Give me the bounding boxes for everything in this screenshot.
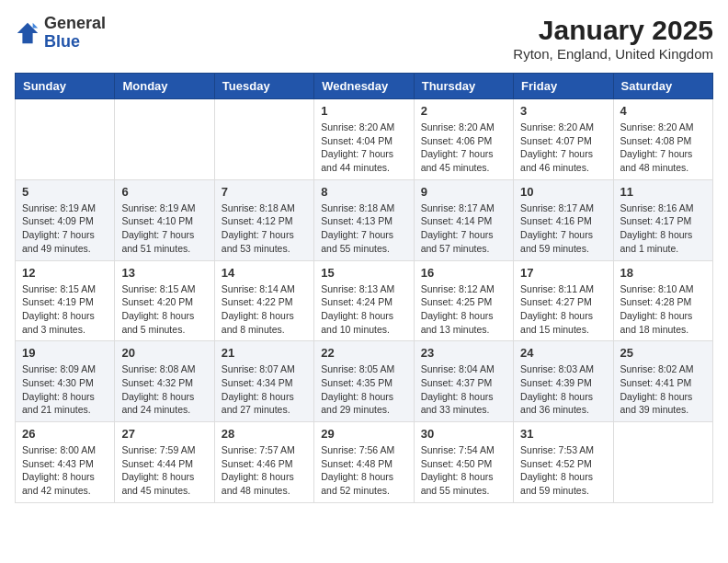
calendar-cell: 18Sunrise: 8:10 AMSunset: 4:28 PMDayligh…: [613, 260, 712, 341]
calendar-cell: 24Sunrise: 8:03 AMSunset: 4:39 PMDayligh…: [514, 341, 613, 422]
calendar-cell: 26Sunrise: 8:00 AMSunset: 4:43 PMDayligh…: [16, 422, 115, 503]
cell-sun-info: Sunrise: 8:00 AMSunset: 4:43 PMDaylight:…: [22, 443, 108, 498]
day-number: 15: [321, 266, 406, 280]
day-header-saturday: Saturday: [613, 74, 712, 99]
cell-sun-info: Sunrise: 8:13 AMSunset: 4:24 PMDaylight:…: [321, 282, 406, 337]
day-number: 19: [22, 346, 108, 360]
cell-sun-info: Sunrise: 8:02 AMSunset: 4:41 PMDaylight:…: [620, 362, 706, 417]
day-header-wednesday: Wednesday: [314, 74, 414, 99]
calendar-cell: [613, 422, 712, 503]
day-number: 14: [222, 266, 307, 280]
day-number: 30: [421, 427, 506, 441]
calendar-table: SundayMondayTuesdayWednesdayThursdayFrid…: [15, 73, 713, 503]
calendar-cell: 17Sunrise: 8:11 AMSunset: 4:27 PMDayligh…: [514, 260, 613, 341]
calendar-cell: 29Sunrise: 7:56 AMSunset: 4:48 PMDayligh…: [314, 422, 414, 503]
day-number: 9: [421, 185, 506, 199]
day-number: 29: [321, 427, 406, 441]
calendar-cell: [214, 99, 313, 180]
calendar-cell: 15Sunrise: 8:13 AMSunset: 4:24 PMDayligh…: [314, 260, 414, 341]
day-number: 26: [22, 427, 108, 441]
calendar-cell: 31Sunrise: 7:53 AMSunset: 4:52 PMDayligh…: [514, 422, 613, 503]
day-number: 16: [421, 266, 506, 280]
calendar-cell: 28Sunrise: 7:57 AMSunset: 4:46 PMDayligh…: [214, 422, 313, 503]
cell-sun-info: Sunrise: 8:20 AMSunset: 4:06 PMDaylight:…: [421, 121, 506, 175]
day-number: 11: [620, 185, 706, 199]
calendar-cell: 12Sunrise: 8:15 AMSunset: 4:19 PMDayligh…: [16, 260, 115, 341]
cell-sun-info: Sunrise: 8:17 AMSunset: 4:16 PMDaylight:…: [520, 201, 606, 256]
calendar-cell: 1Sunrise: 8:20 AMSunset: 4:04 PMDaylight…: [314, 99, 414, 180]
calendar-cell: 5Sunrise: 8:19 AMSunset: 4:09 PMDaylight…: [16, 179, 115, 260]
calendar-cell: 22Sunrise: 8:05 AMSunset: 4:35 PMDayligh…: [314, 341, 414, 422]
calendar-cell: [115, 99, 214, 180]
day-number: 17: [520, 266, 606, 280]
calendar-cell: 19Sunrise: 8:09 AMSunset: 4:30 PMDayligh…: [16, 341, 115, 422]
cell-sun-info: Sunrise: 8:04 AMSunset: 4:37 PMDaylight:…: [421, 362, 506, 417]
day-number: 12: [22, 266, 108, 280]
calendar-week-4: 19Sunrise: 8:09 AMSunset: 4:30 PMDayligh…: [16, 341, 713, 422]
cell-sun-info: Sunrise: 8:16 AMSunset: 4:17 PMDaylight:…: [620, 201, 706, 256]
cell-sun-info: Sunrise: 8:12 AMSunset: 4:25 PMDaylight:…: [421, 282, 506, 337]
calendar-cell: 20Sunrise: 8:08 AMSunset: 4:32 PMDayligh…: [115, 341, 214, 422]
calendar-week-2: 5Sunrise: 8:19 AMSunset: 4:09 PMDaylight…: [16, 179, 713, 260]
logo: General Blue: [15, 15, 106, 52]
days-header-row: SundayMondayTuesdayWednesdayThursdayFrid…: [16, 74, 713, 99]
calendar-cell: 13Sunrise: 8:15 AMSunset: 4:20 PMDayligh…: [115, 260, 214, 341]
calendar-cell: 27Sunrise: 7:59 AMSunset: 4:44 PMDayligh…: [115, 422, 214, 503]
calendar-cell: 8Sunrise: 8:18 AMSunset: 4:13 PMDaylight…: [314, 179, 414, 260]
cell-sun-info: Sunrise: 8:20 AMSunset: 4:07 PMDaylight:…: [520, 121, 606, 175]
cell-sun-info: Sunrise: 8:19 AMSunset: 4:09 PMDaylight:…: [22, 201, 108, 256]
calendar-week-3: 12Sunrise: 8:15 AMSunset: 4:19 PMDayligh…: [16, 260, 713, 341]
cell-sun-info: Sunrise: 8:10 AMSunset: 4:28 PMDaylight:…: [620, 282, 706, 337]
calendar-cell: 21Sunrise: 8:07 AMSunset: 4:34 PMDayligh…: [214, 341, 313, 422]
cell-sun-info: Sunrise: 8:14 AMSunset: 4:22 PMDaylight:…: [222, 282, 307, 337]
cell-sun-info: Sunrise: 8:09 AMSunset: 4:30 PMDaylight:…: [22, 362, 108, 417]
day-number: 23: [421, 346, 506, 360]
page-header: General Blue January 2025 Ryton, England…: [15, 15, 713, 62]
cell-sun-info: Sunrise: 7:53 AMSunset: 4:52 PMDaylight:…: [520, 443, 606, 498]
calendar-cell: 16Sunrise: 8:12 AMSunset: 4:25 PMDayligh…: [414, 260, 513, 341]
day-header-thursday: Thursday: [414, 74, 513, 99]
day-number: 5: [22, 185, 108, 199]
day-number: 27: [121, 427, 207, 441]
cell-sun-info: Sunrise: 8:17 AMSunset: 4:14 PMDaylight:…: [421, 201, 506, 256]
title-section: January 2025 Ryton, England, United King…: [513, 15, 713, 62]
day-number: 8: [321, 185, 406, 199]
calendar-cell: [16, 99, 115, 180]
day-number: 31: [520, 427, 606, 441]
day-number: 6: [121, 185, 207, 199]
cell-sun-info: Sunrise: 8:20 AMSunset: 4:08 PMDaylight:…: [620, 121, 706, 175]
cell-sun-info: Sunrise: 8:11 AMSunset: 4:27 PMDaylight:…: [520, 282, 606, 337]
calendar-cell: 6Sunrise: 8:19 AMSunset: 4:10 PMDaylight…: [115, 179, 214, 260]
day-number: 10: [520, 185, 606, 199]
day-number: 2: [421, 104, 506, 118]
calendar-cell: 7Sunrise: 8:18 AMSunset: 4:12 PMDaylight…: [214, 179, 313, 260]
cell-sun-info: Sunrise: 8:08 AMSunset: 4:32 PMDaylight:…: [121, 362, 207, 417]
cell-sun-info: Sunrise: 8:18 AMSunset: 4:13 PMDaylight:…: [321, 201, 406, 256]
svg-marker-1: [33, 23, 39, 29]
cell-sun-info: Sunrise: 8:15 AMSunset: 4:20 PMDaylight:…: [121, 282, 207, 337]
cell-sun-info: Sunrise: 8:20 AMSunset: 4:04 PMDaylight:…: [321, 121, 406, 175]
calendar-week-5: 26Sunrise: 8:00 AMSunset: 4:43 PMDayligh…: [16, 422, 713, 503]
calendar-cell: 9Sunrise: 8:17 AMSunset: 4:14 PMDaylight…: [414, 179, 513, 260]
cell-sun-info: Sunrise: 8:03 AMSunset: 4:39 PMDaylight:…: [520, 362, 606, 417]
day-number: 18: [620, 266, 706, 280]
calendar-cell: 2Sunrise: 8:20 AMSunset: 4:06 PMDaylight…: [414, 99, 513, 180]
month-title: January 2025: [513, 15, 713, 46]
day-header-monday: Monday: [115, 74, 214, 99]
day-header-tuesday: Tuesday: [214, 74, 313, 99]
cell-sun-info: Sunrise: 7:59 AMSunset: 4:44 PMDaylight:…: [121, 443, 207, 498]
day-number: 1: [321, 104, 406, 118]
day-number: 21: [222, 346, 307, 360]
calendar-cell: 10Sunrise: 8:17 AMSunset: 4:16 PMDayligh…: [514, 179, 613, 260]
logo-icon: [15, 20, 40, 46]
cell-sun-info: Sunrise: 8:07 AMSunset: 4:34 PMDaylight:…: [222, 362, 307, 417]
cell-sun-info: Sunrise: 8:19 AMSunset: 4:10 PMDaylight:…: [121, 201, 207, 256]
cell-sun-info: Sunrise: 7:54 AMSunset: 4:50 PMDaylight:…: [421, 443, 506, 498]
logo-text: General Blue: [44, 15, 106, 52]
calendar-cell: 23Sunrise: 8:04 AMSunset: 4:37 PMDayligh…: [414, 341, 513, 422]
day-number: 3: [520, 104, 606, 118]
day-number: 24: [520, 346, 606, 360]
calendar-cell: 3Sunrise: 8:20 AMSunset: 4:07 PMDaylight…: [514, 99, 613, 180]
cell-sun-info: Sunrise: 8:05 AMSunset: 4:35 PMDaylight:…: [321, 362, 406, 417]
day-number: 25: [620, 346, 706, 360]
